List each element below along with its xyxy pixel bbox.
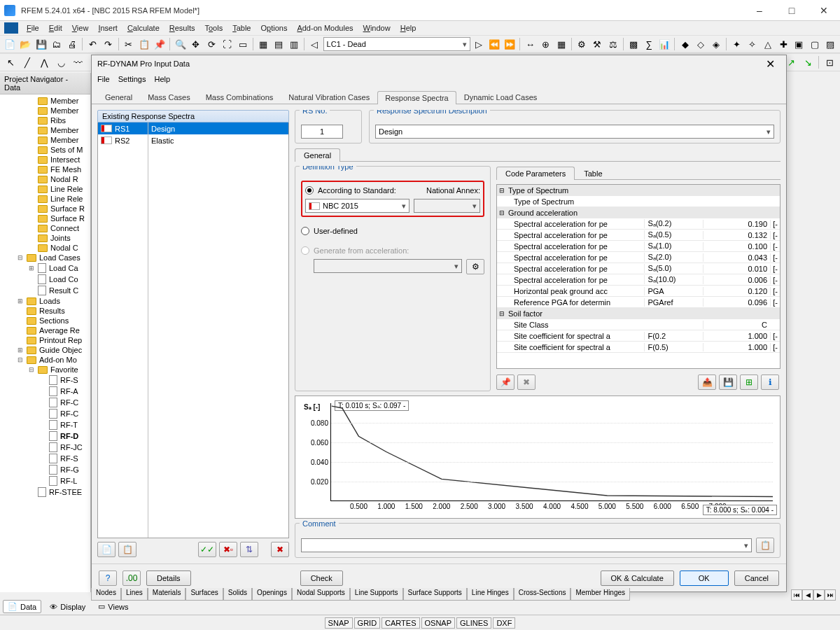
nav-item[interactable]: Sets of M (4, 145, 90, 155)
spectra-row-name[interactable]: Design (148, 122, 288, 134)
status-tab[interactable]: CARTES (382, 617, 419, 629)
menu-help[interactable]: Help (396, 22, 421, 34)
import-button[interactable]: 💾 (719, 374, 737, 390)
dialog-tab[interactable]: Mass Combinations (198, 90, 281, 104)
unpin-button[interactable]: ✖ (517, 374, 536, 390)
nav-item[interactable]: ⊞Guide Objec (4, 345, 90, 355)
module1-icon[interactable]: ◆ (678, 36, 692, 52)
misc5-icon[interactable]: ▣ (792, 36, 806, 52)
nav-item[interactable]: Average Re (4, 326, 90, 335)
status-tab[interactable]: GRID (354, 617, 381, 629)
radio-userdef[interactable] (301, 227, 309, 235)
nav-item[interactable]: Surface R (4, 204, 90, 214)
nav-item[interactable]: RF-L (4, 475, 90, 486)
export-button[interactable]: 📤 (698, 374, 716, 390)
menu-addons[interactable]: Add-on Modules (293, 22, 357, 34)
nav-item[interactable]: RF-D (4, 430, 90, 442)
dialog-close-button[interactable]: ✕ (760, 57, 780, 71)
misc6-icon[interactable]: ▢ (807, 36, 821, 52)
misc2-icon[interactable]: ✧ (745, 36, 759, 52)
param-row[interactable]: Spectral acceleration for peSₐ(2.0)0.043… (497, 252, 780, 263)
excel-button[interactable]: ⊞ (740, 374, 758, 390)
nav-item[interactable]: Printout Rep (4, 335, 90, 345)
misc7-icon[interactable]: ▨ (823, 36, 837, 52)
tab-last-button[interactable]: ⏭ (825, 589, 836, 601)
dialog-tab[interactable]: Natural Vibration Cases (281, 90, 377, 104)
menu-file[interactable]: File (22, 22, 43, 34)
new-icon[interactable]: 📄 (3, 36, 17, 52)
loadcase-combo[interactable]: LC1 - Dead (323, 37, 470, 51)
tool3-icon[interactable]: ⚖ (606, 36, 620, 52)
data-tab[interactable]: Member Hinges (570, 588, 630, 601)
nav-item[interactable]: RF-C (4, 397, 90, 408)
sub-tab-general[interactable]: General (295, 148, 340, 162)
right4-icon[interactable]: ⊡ (822, 55, 837, 70)
nav-item[interactable]: Line Rele (4, 194, 90, 204)
nav-item[interactable]: FE Mesh (4, 164, 90, 174)
pan-icon[interactable]: ✥ (189, 36, 203, 52)
tool-icon[interactable]: ⚙ (575, 36, 589, 52)
tool2-icon[interactable]: ⚒ (590, 36, 604, 52)
param-row[interactable]: Reference PGA for determinPGAref0.096[- (497, 297, 780, 308)
view-tab-display[interactable]: 👁Display (46, 601, 90, 612)
dialog-tab[interactable]: Mass Cases (140, 90, 198, 104)
menu-edit[interactable]: Edit (45, 22, 66, 34)
copy-icon[interactable]: 📋 (137, 36, 151, 52)
param-row[interactable]: Spectral acceleration for peSₐ(5.0)0.010… (497, 263, 780, 274)
copy-spectrum-button[interactable]: 📋 (118, 542, 136, 557)
param-row[interactable]: Type of SpectrumDesign spectrum for line… (497, 196, 780, 207)
nav-item[interactable]: Member (4, 135, 90, 145)
dialog-tab[interactable]: General (97, 90, 140, 104)
view-tab-views[interactable]: ▭Views (94, 601, 132, 612)
module3-icon[interactable]: ◈ (709, 36, 723, 52)
line-icon[interactable]: ╱ (20, 55, 35, 70)
renumber-button[interactable]: ⇅ (240, 542, 258, 557)
menu-calculate[interactable]: Calculate (123, 22, 164, 34)
rs-no-input[interactable]: 1 (301, 125, 343, 139)
nav-item[interactable]: Result C (4, 285, 90, 296)
check-button[interactable]: Check (300, 570, 343, 586)
dialog-menu-help[interactable]: Help (154, 75, 170, 83)
redo-icon[interactable]: ↷ (102, 36, 115, 52)
data-tab[interactable]: Nodes (91, 588, 121, 601)
nav-item[interactable]: Sections (4, 316, 90, 326)
nav-item[interactable]: RF-G (4, 464, 90, 475)
pin-button[interactable]: 📌 (496, 374, 514, 390)
nav-item[interactable]: ⊟Favorite (4, 365, 90, 374)
misc3-icon[interactable]: △ (761, 36, 775, 52)
param-table[interactable]: ⊟Type of SpectrumType of SpectrumDesign … (496, 184, 780, 369)
print-icon[interactable]: 🖨 (65, 36, 79, 52)
param-row[interactable]: ⊟Soil factor (497, 308, 780, 319)
info-button[interactable]: ℹ (761, 374, 779, 390)
paste-icon[interactable]: 📌 (153, 36, 167, 52)
nav-item[interactable]: Member (4, 96, 90, 106)
grid-icon[interactable]: ▦ (554, 36, 568, 52)
radio-standard[interactable] (305, 186, 314, 195)
nav-item[interactable]: Ribs (4, 115, 90, 125)
param-row[interactable]: Site coefficient for spectral aF(0.21.00… (497, 330, 780, 342)
undo-icon[interactable]: ↶ (85, 36, 99, 52)
spectra-row-id[interactable]: RS1 (98, 122, 148, 134)
data-tab[interactable]: Cross-Sections (514, 588, 571, 601)
nav-item[interactable]: Intersect (4, 155, 90, 164)
data-tab[interactable]: Surfaces (186, 588, 223, 601)
param-row[interactable]: Spectral acceleration for peSₐ(1.0)0.100… (497, 241, 780, 252)
dialog-menu-settings[interactable]: Settings (118, 75, 146, 83)
calc-icon[interactable]: ∑ (642, 36, 656, 52)
nav-item[interactable]: RF-S (4, 374, 90, 386)
details-button[interactable]: Details (146, 570, 191, 586)
check-all-button[interactable]: ✓✓ (198, 542, 216, 557)
data-tab[interactable]: Line Supports (350, 588, 403, 601)
nav-item[interactable]: RF-S (4, 453, 90, 464)
nav-item[interactable]: Nodal R (4, 174, 90, 184)
delete-button[interactable]: ✖ (271, 542, 289, 557)
nav-item[interactable]: Nodal C (4, 243, 90, 253)
param-row[interactable]: Spectral acceleration for peSₐ(10.0)0.00… (497, 274, 780, 286)
data-tab[interactable]: Openings (252, 588, 292, 601)
polyline-icon[interactable]: ⋀ (36, 55, 52, 70)
data-tab[interactable]: Line Hinges (467, 588, 514, 601)
results-icon[interactable]: 📊 (657, 36, 671, 52)
mesh-icon[interactable]: ▩ (626, 36, 640, 52)
status-tab[interactable]: OSNAP (421, 617, 456, 629)
ok-calculate-button[interactable]: OK & Calculate (601, 570, 674, 586)
